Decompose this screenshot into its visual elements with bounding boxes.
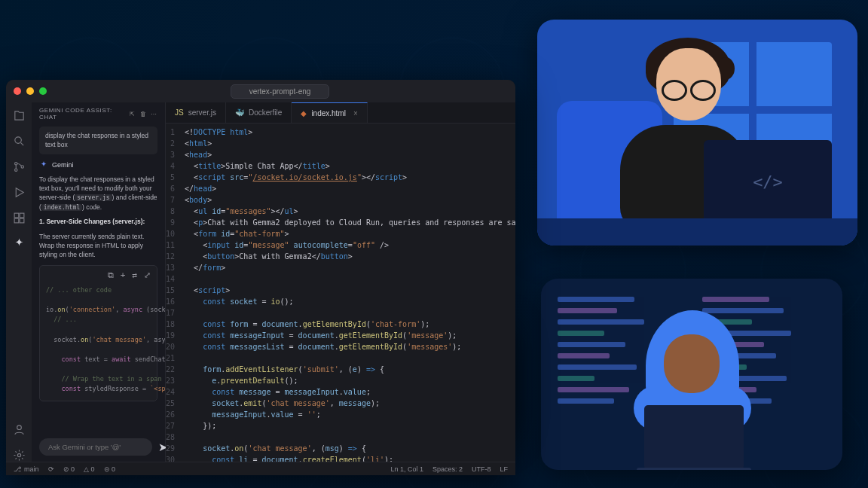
chat-panel: GEMINI CODE ASSIST: CHAT ⇱ 🗑 ⋯ display t… bbox=[32, 102, 166, 462]
editor-area: JSserver.js 🐳Dockerfile ◆index.html× 1 2… bbox=[166, 102, 515, 462]
extensions-icon[interactable] bbox=[12, 211, 26, 224]
tab-bar: JSserver.js 🐳Dockerfile ◆index.html× bbox=[166, 102, 515, 124]
chat-input[interactable] bbox=[39, 438, 152, 456]
sparkle-icon bbox=[39, 160, 48, 169]
indent-status[interactable]: Spaces: 2 bbox=[432, 465, 463, 473]
line-gutter: 1 2 3 4 5 6 7 8 9 10 11 12 13 14 15 16 1… bbox=[166, 124, 180, 462]
svg-point-3 bbox=[21, 165, 23, 167]
search-icon[interactable] bbox=[12, 134, 26, 148]
eol-status[interactable]: LF bbox=[500, 465, 508, 473]
errors-badge[interactable]: ⊘ 0 bbox=[63, 465, 75, 473]
pin-icon[interactable]: ⇱ bbox=[130, 111, 136, 117]
illustration-developer-2 bbox=[541, 279, 842, 470]
code-block: ⧉ + ⇄ ⤢ // ... other code io.on('connect… bbox=[39, 265, 157, 401]
svg-point-0 bbox=[14, 136, 20, 143]
source-control-icon[interactable] bbox=[12, 160, 26, 173]
minimize-icon[interactable] bbox=[26, 87, 34, 95]
svg-rect-5 bbox=[20, 213, 24, 218]
user-message: display the chat response in a styled te… bbox=[39, 127, 157, 154]
close-tab-icon[interactable]: × bbox=[353, 109, 358, 117]
bot-paragraph: The server currently sends plain text. W… bbox=[39, 232, 157, 260]
run-debug-icon[interactable] bbox=[12, 185, 26, 199]
tab-server-js[interactable]: JSserver.js bbox=[166, 102, 226, 123]
tab-index-html[interactable]: ◆index.html× bbox=[292, 102, 367, 123]
settings-icon[interactable] bbox=[12, 448, 26, 462]
copy-icon[interactable]: ⧉ bbox=[108, 270, 114, 282]
sync-icon[interactable]: ⟳ bbox=[48, 465, 54, 473]
cursor-position[interactable]: Ln 1, Col 1 bbox=[390, 465, 423, 473]
svg-point-2 bbox=[14, 169, 17, 171]
code-icon: </> bbox=[753, 172, 783, 191]
maximize-icon[interactable] bbox=[39, 87, 47, 95]
panel-title: GEMINI CODE ASSIST: CHAT bbox=[39, 107, 125, 120]
svg-rect-4 bbox=[14, 213, 19, 218]
svg-rect-7 bbox=[20, 218, 24, 223]
illustration-developer-1: </> bbox=[537, 20, 857, 246]
diff-icon[interactable]: ⇄ bbox=[132, 270, 137, 282]
close-icon[interactable] bbox=[14, 87, 21, 95]
tab-dockerfile[interactable]: 🐳Dockerfile bbox=[226, 102, 292, 123]
encoding-status[interactable]: UTF-8 bbox=[472, 465, 491, 473]
ports-badge[interactable]: ⊝ 0 bbox=[104, 465, 116, 473]
gemini-assist-icon[interactable] bbox=[12, 236, 26, 250]
insert-icon[interactable]: + bbox=[121, 270, 126, 282]
svg-point-8 bbox=[17, 425, 21, 429]
expand-icon[interactable]: ⤢ bbox=[144, 270, 151, 282]
titlebar: vertex-prompt-eng bbox=[6, 80, 515, 102]
code-editor[interactable]: <!DOCTYPE html> <html> <head> <title>Sim… bbox=[180, 124, 515, 462]
more-icon[interactable]: ⋯ bbox=[151, 111, 157, 117]
explorer-icon[interactable] bbox=[12, 108, 26, 122]
activity-bar bbox=[6, 102, 32, 462]
git-branch[interactable]: ⎇ main bbox=[14, 465, 39, 473]
command-center[interactable]: vertex-prompt-eng bbox=[231, 84, 330, 99]
vscode-window: vertex-prompt-eng GEMINI CODE ASSIST: CH… bbox=[6, 80, 515, 475]
accounts-icon[interactable] bbox=[12, 422, 26, 436]
svg-point-9 bbox=[17, 453, 20, 456]
warnings-badge[interactable]: △ 0 bbox=[84, 465, 95, 473]
section-heading: 1. Server-Side Changes (server.js): bbox=[39, 218, 145, 225]
clear-icon[interactable]: 🗑 bbox=[140, 111, 147, 117]
svg-point-1 bbox=[14, 162, 17, 164]
bot-paragraph: To display the chat responses in a style… bbox=[39, 175, 157, 212]
status-bar: ⎇ main ⟳ ⊘ 0 △ 0 ⊝ 0 Ln 1, Col 1 Spaces:… bbox=[6, 462, 515, 475]
bot-header: Gemini bbox=[39, 160, 157, 170]
svg-rect-6 bbox=[14, 218, 19, 223]
